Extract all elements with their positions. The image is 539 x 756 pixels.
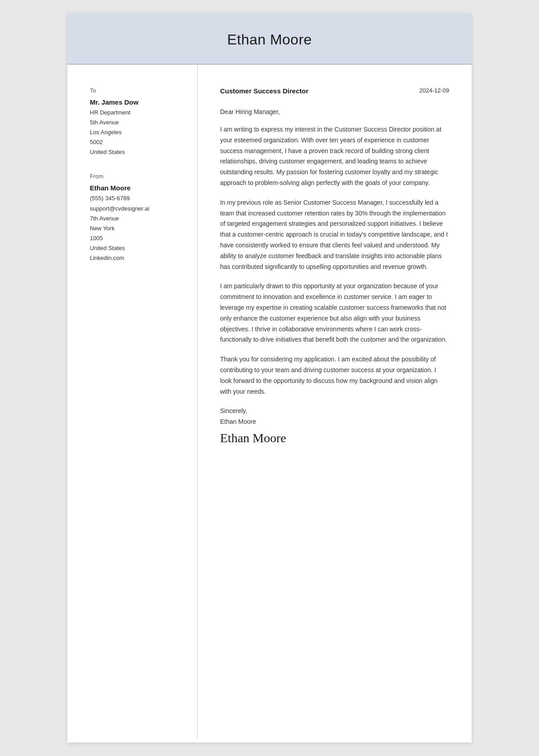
header-name: Ethan Moore [76, 31, 463, 48]
sender-zip: 1005 [90, 233, 184, 243]
sender-website: Linkedin.com [90, 253, 184, 263]
sender-country: United States [90, 243, 184, 253]
signature: Ethan Moore [220, 431, 449, 445]
paragraph-3: I am particularly drawn to this opportun… [220, 281, 449, 345]
letter-date: 2024-12-09 [420, 87, 450, 94]
page: Ethan Moore To Mr. James Dow HR Departme… [67, 13, 472, 743]
sender-phone: (555) 345-6789 [90, 193, 184, 203]
recipient-name: Mr. James Dow [90, 98, 184, 106]
closing-name: Ethan Moore [220, 417, 449, 427]
recipient-line1: HR Department [90, 108, 184, 118]
paragraph-1: I am writing to express my interest in t… [220, 124, 449, 189]
recipient-line4: 5002 [90, 137, 184, 147]
to-label: To [90, 87, 184, 94]
letter-header: Customer Success Director 2024-12-09 [220, 87, 449, 95]
from-label: From [90, 173, 184, 180]
from-section: From Ethan Moore (555) 345-6789 support@… [90, 173, 184, 263]
sender-city: New York [90, 224, 184, 233]
recipient-line3: Los Angeles [90, 127, 184, 137]
sender-email: support@cvdesigner.ai [90, 204, 184, 214]
greeting: Dear Hiring Manager, [220, 108, 449, 115]
closing: Sincerely, Ethan Moore Ethan Moore [220, 406, 449, 445]
to-section: To Mr. James Dow HR Department 5th Avenu… [90, 87, 184, 157]
recipient-line2: 5th Avenue [90, 118, 184, 127]
content: To Mr. James Dow HR Department 5th Avenu… [67, 65, 472, 738]
closing-word: Sincerely, [220, 406, 449, 417]
recipient-line5: United States [90, 147, 184, 157]
left-column: To Mr. James Dow HR Department 5th Avenu… [67, 65, 198, 738]
sender-name: Ethan Moore [90, 184, 184, 192]
paragraph-4: Thank you for considering my application… [220, 354, 449, 397]
sender-address1: 7th Avenue [90, 214, 184, 224]
letter-title: Customer Success Director [220, 87, 309, 95]
right-column: Customer Success Director 2024-12-09 Dea… [198, 65, 472, 738]
header: Ethan Moore [67, 13, 472, 65]
paragraph-2: In my previous role as Senior Customer S… [220, 198, 449, 273]
